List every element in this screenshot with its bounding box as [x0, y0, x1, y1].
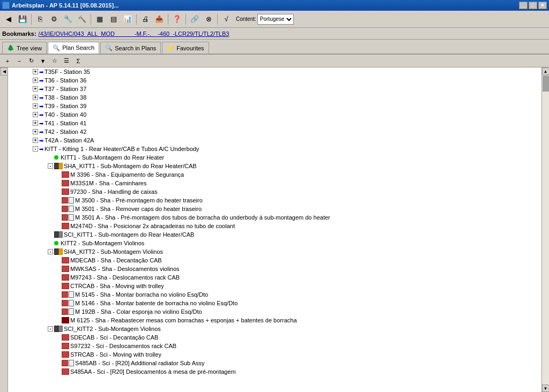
- tree-item[interactable]: M97243 - Sha - Deslocamentos rack CAB: [8, 273, 541, 282]
- expand-button[interactable]: -: [48, 163, 53, 169]
- main-area: ◀ +➡T35F - Station 35+➡T36 - Station 36+…: [0, 67, 549, 392]
- tree-item[interactable]: 📄M 5146 - Sha - Montar batente de borrac…: [8, 299, 541, 307]
- tree-item[interactable]: -➡KITT - Kitting 1 - Rear Heater/CAB e T…: [8, 145, 541, 153]
- node-label: T36 - Station 36: [44, 77, 86, 84]
- tab-bar: 🌲 Tree view 🔍 Plan Search 🔍 Search in Pl…: [0, 40, 549, 55]
- connect-button[interactable]: 🔗: [188, 13, 201, 26]
- node-icon: ➡: [39, 112, 43, 118]
- node-label: 97230 - Sha - Handling de caixas: [70, 189, 158, 195]
- tab-search-in-plans[interactable]: 🔍 Search in Plans: [100, 42, 161, 54]
- node-icon: ➡: [39, 95, 43, 101]
- tree-item[interactable]: 97230 - Sha - Handling de caixas: [8, 187, 541, 196]
- sigma-button[interactable]: Σ: [73, 56, 84, 66]
- tree-item[interactable]: MDECAB - Sha - Decantação CAB: [8, 256, 541, 265]
- tree-item[interactable]: +➡T40 - Station 40: [8, 110, 541, 119]
- tree-item[interactable]: S485AA - Sci - [R20] Deslocamentos à mes…: [8, 367, 541, 376]
- bookmarks-path[interactable]: /43/IE/OVHC/043_ALL_MOD______-M.F.-.__-4…: [39, 31, 229, 37]
- node-label: MWKSAS - Sha - Deslocamentos violinos: [70, 266, 180, 272]
- export-button[interactable]: 📤: [153, 13, 166, 26]
- maximize-button[interactable]: □: [529, 2, 537, 9]
- tree-container[interactable]: +➡T35F - Station 35+➡T36 - Station 36+➡T…: [8, 67, 541, 392]
- tree-item[interactable]: +➡T39 - Station 39: [8, 102, 541, 110]
- expand-button[interactable]: -: [48, 249, 53, 254]
- list-button[interactable]: ☰: [61, 56, 72, 66]
- expand-button[interactable]: +: [33, 112, 38, 117]
- tree-item[interactable]: +➡T35F - Station 35: [8, 67, 541, 76]
- disconnect-button[interactable]: ⊗: [202, 13, 215, 26]
- tree-item[interactable]: 📄M 192B - Sha - Colar esponja no violino…: [8, 307, 541, 316]
- tree-item[interactable]: M 6125 - Sha - Reabastecer mesas com bor…: [8, 316, 541, 325]
- search-in-plans-icon: 🔍: [105, 44, 113, 51]
- close-button[interactable]: ✕: [538, 2, 547, 9]
- minimize-button[interactable]: _: [519, 2, 528, 9]
- tab-tree-view[interactable]: 🌲 Tree view: [2, 42, 47, 54]
- tree-item[interactable]: +➡T42A - Station 42A: [8, 136, 541, 145]
- tree-item[interactable]: +➡T36 - Station 36: [8, 76, 541, 85]
- tree-item[interactable]: M2474D - Sha - Posicionar 2x abraçadeira…: [8, 222, 541, 230]
- refresh-button[interactable]: ↻: [26, 56, 36, 66]
- tree-item[interactable]: +➡T42 - Station 42: [8, 127, 541, 136]
- tree-item[interactable]: M 3396 - Sha - Equipamento de Segurança: [8, 170, 541, 179]
- tree-item[interactable]: -SCI_KITT2 - Sub-Montagem Violinos: [8, 325, 541, 333]
- wrench-button[interactable]: 🔧: [62, 13, 75, 26]
- print-button[interactable]: 🖨: [139, 13, 152, 26]
- expand-button[interactable]: +: [33, 120, 38, 126]
- expand-button[interactable]: -: [33, 146, 38, 152]
- tree-item[interactable]: STRCAB - Sci - Moving with trolley: [8, 350, 541, 359]
- scroll-up-button[interactable]: ▲: [542, 67, 550, 75]
- back-button[interactable]: ◀: [2, 13, 15, 26]
- sqrt-button[interactable]: √: [220, 13, 233, 26]
- expand-button[interactable]: +: [33, 78, 38, 83]
- help-button[interactable]: ❓: [170, 13, 183, 26]
- tree-item[interactable]: CTRCAB - Sha - Moving with trolley: [8, 282, 541, 290]
- scroll-thumb[interactable]: [543, 76, 549, 92]
- tree-item[interactable]: 📄M 3501 A - Sha - Pré-montagem dos tubos…: [8, 213, 541, 222]
- grid-button[interactable]: ▦: [93, 13, 106, 26]
- add-button[interactable]: +: [2, 56, 13, 66]
- table-button[interactable]: ▤: [107, 13, 120, 26]
- tab-plan-search-label: Plan Search: [62, 44, 94, 51]
- tree-item[interactable]: SCI_KITT1 - Sub-montagem do Rear Heater/…: [8, 230, 541, 239]
- node-icon: [62, 223, 69, 229]
- tree-item[interactable]: +➡T38 - Station 38: [8, 93, 541, 102]
- tree-item[interactable]: 📄M 5145 - Sha - Montar borracha no violi…: [8, 290, 541, 299]
- chart-button[interactable]: 📊: [121, 13, 134, 26]
- star-button[interactable]: ☆: [49, 56, 60, 66]
- tree-item[interactable]: -SHA_KITT2 - Sub-Montagem Violinos: [8, 247, 541, 256]
- tree-item[interactable]: KITT1 - Sub-Montagem do Rear Heater: [8, 153, 541, 162]
- tree-item[interactable]: -SHA_KITT1 - Sub-Montagem do Rear Heater…: [8, 162, 541, 170]
- expand-button[interactable]: +: [33, 103, 38, 109]
- content-select[interactable]: Portugese English German: [257, 14, 294, 25]
- tree-item[interactable]: KITT2 - Sub-Montagem Violinos: [8, 239, 541, 247]
- remove-button[interactable]: −: [14, 56, 25, 66]
- tree-item[interactable]: +➡T37 - Station 37: [8, 85, 541, 93]
- tool2-button[interactable]: 🔨: [76, 13, 88, 26]
- node-label: M 5145 - Sha - Montar borracha no violin…: [75, 291, 208, 298]
- tree-item[interactable]: +➡T41 - Station 41: [8, 119, 541, 127]
- tree-item[interactable]: S97232 - Sci - Deslocamentos rack CAB: [8, 342, 541, 350]
- tree-item[interactable]: 📄M 3501 - Sha - Remover caps do heater t…: [8, 205, 541, 213]
- tree-item[interactable]: SDECAB - Sci - Decantação CAB: [8, 333, 541, 342]
- plan-search-icon: 🔍: [53, 44, 60, 51]
- copy-button[interactable]: ⎘: [34, 13, 47, 26]
- node-icon: [54, 231, 63, 238]
- expand-button[interactable]: +: [33, 129, 38, 134]
- left-panel-arrow[interactable]: ◀: [0, 67, 8, 76]
- expand-button[interactable]: +: [33, 95, 38, 100]
- settings-button[interactable]: ⚙: [48, 13, 61, 26]
- tree-item[interactable]: M33S1M - Sha - Caminhares: [8, 179, 541, 187]
- expand-button[interactable]: +: [33, 86, 38, 92]
- tree-item[interactable]: 📄M 3500 - Sha - Pré-montagem do heater t…: [8, 196, 541, 205]
- tab-plan-search[interactable]: 🔍 Plan Search: [48, 42, 99, 54]
- tree-item[interactable]: 📄S485AB - Sci - [R20] Additional radiato…: [8, 359, 541, 367]
- expand-button[interactable]: -: [48, 326, 53, 331]
- tab-favourites[interactable]: ⭐ Favourites: [162, 42, 209, 54]
- node-label: STRCAB - Sci - Moving with trolley: [70, 351, 161, 358]
- expand-button[interactable]: +: [33, 69, 38, 74]
- tree-item[interactable]: MWKSAS - Sha - Deslocamentos violinos: [8, 265, 541, 273]
- filter-button[interactable]: ▼: [38, 56, 48, 66]
- scroll-down-button[interactable]: ▼: [542, 385, 550, 392]
- save-button[interactable]: 💾: [16, 13, 29, 26]
- node-label: M 3500 - Sha - Pré-montagem do heater tr…: [75, 197, 203, 203]
- expand-button[interactable]: +: [33, 138, 38, 143]
